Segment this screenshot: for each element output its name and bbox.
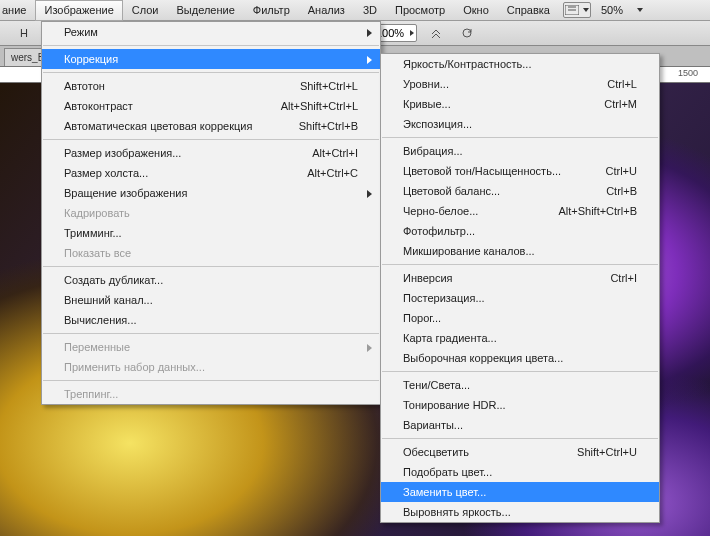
adjust-menu-item[interactable]: ИнверсияCtrl+I: [381, 268, 659, 288]
adjust-menu-item[interactable]: ОбесцветитьShift+Ctrl+U: [381, 442, 659, 462]
adjust-menu-item[interactable]: Микширование каналов...: [381, 241, 659, 261]
adjust-menu-item[interactable]: Фотофильтр...: [381, 221, 659, 241]
menu-image[interactable]: Изображение: [35, 0, 122, 21]
menu-item-label: Черно-белое...: [403, 205, 528, 217]
ruler-mark: 1500: [678, 68, 698, 78]
image-menu-item[interactable]: АвтотонShift+Ctrl+L: [42, 76, 380, 96]
adjust-menu-item[interactable]: Кривые...Ctrl+M: [381, 94, 659, 114]
menu-separator: [382, 264, 658, 265]
app-window: ание Изображение Слои Выделение Фильтр А…: [0, 0, 710, 536]
menu-item-label: Автоконтраст: [64, 100, 251, 112]
menu-item-label: Микширование каналов...: [403, 245, 637, 257]
image-menu-item[interactable]: Автоматическая цветовая коррекцияShift+C…: [42, 116, 380, 136]
menu-item-label: Внешний канал...: [64, 294, 358, 306]
hand-tool-icon[interactable]: [427, 24, 447, 42]
adjust-menu-item[interactable]: Тени/Света...: [381, 375, 659, 395]
menu-filter[interactable]: Фильтр: [244, 0, 299, 21]
menu-shortcut: Ctrl+I: [610, 272, 637, 284]
adjust-menu-item[interactable]: Вибрация...: [381, 141, 659, 161]
menu-item-label: Уровни...: [403, 78, 577, 90]
adjust-menu-item[interactable]: Постеризация...: [381, 288, 659, 308]
chevron-right-icon: [410, 30, 414, 36]
menu-item-label: Кадрировать: [64, 207, 358, 219]
image-menu-item[interactable]: Размер холста...Alt+Ctrl+C: [42, 163, 380, 183]
screen-mode-button[interactable]: [563, 2, 591, 18]
menu-item-label: Размер изображения...: [64, 147, 282, 159]
image-menu-item: Применить набор данных...: [42, 357, 380, 377]
menu-item-label: Порог...: [403, 312, 637, 324]
menu-item-label: Треппинг...: [64, 388, 358, 400]
menu-item-label: Размер холста...: [64, 167, 277, 179]
adjust-menu-item[interactable]: Заменить цвет...: [381, 482, 659, 502]
menu-layers[interactable]: Слои: [123, 0, 168, 21]
rotate-view-icon[interactable]: [457, 24, 477, 42]
zoom-level[interactable]: 50%: [601, 4, 623, 16]
menu-separator: [43, 266, 379, 267]
menu-3d[interactable]: 3D: [354, 0, 386, 21]
adjust-menu-item[interactable]: Яркость/Контрастность...: [381, 54, 659, 74]
image-menu-item[interactable]: Коррекция: [42, 49, 380, 69]
image-menu-item[interactable]: АвтоконтрастAlt+Shift+Ctrl+L: [42, 96, 380, 116]
menu-item-label: Цветовой баланс...: [403, 185, 576, 197]
image-menu-item[interactable]: Тримминг...: [42, 223, 380, 243]
adjust-menu-item[interactable]: Уровни...Ctrl+L: [381, 74, 659, 94]
adjust-menu-item[interactable]: Экспозиция...: [381, 114, 659, 134]
menu-item-label: Обесцветить: [403, 446, 547, 458]
menu-file-cut[interactable]: ание: [0, 0, 35, 21]
menu-shortcut: Ctrl+B: [606, 185, 637, 197]
menu-select[interactable]: Выделение: [168, 0, 244, 21]
adjust-menu-item[interactable]: Цветовой баланс...Ctrl+B: [381, 181, 659, 201]
image-menu-dropdown: РежимКоррекцияАвтотонShift+Ctrl+LАвтокон…: [41, 21, 381, 405]
menu-view[interactable]: Просмотр: [386, 0, 454, 21]
menu-item-label: Создать дубликат...: [64, 274, 358, 286]
adjust-menu-item[interactable]: Порог...: [381, 308, 659, 328]
adjust-menu-item[interactable]: Цветовой тон/Насыщенность...Ctrl+U: [381, 161, 659, 181]
menu-item-label: Вычисления...: [64, 314, 358, 326]
image-menu-item[interactable]: Вращение изображения: [42, 183, 380, 203]
menu-shortcut: Shift+Ctrl+B: [299, 120, 358, 132]
menu-item-label: Варианты...: [403, 419, 637, 431]
menu-shortcut: Shift+Ctrl+L: [300, 80, 358, 92]
adjust-menu-item[interactable]: Тонирование HDR...: [381, 395, 659, 415]
image-menu-item[interactable]: Размер изображения...Alt+Ctrl+I: [42, 143, 380, 163]
adjust-menu-item[interactable]: Карта градиента...: [381, 328, 659, 348]
menu-item-label: Кривые...: [403, 98, 574, 110]
menu-item-label: Экспозиция...: [403, 118, 637, 130]
menu-item-label: Подобрать цвет...: [403, 466, 637, 478]
menu-shortcut: Shift+Ctrl+U: [577, 446, 637, 458]
adjust-menu-item[interactable]: Выровнять яркость...: [381, 502, 659, 522]
image-menu-item: Показать все: [42, 243, 380, 263]
adjust-menu-item[interactable]: Черно-белое...Alt+Shift+Ctrl+B: [381, 201, 659, 221]
menu-item-label: Выровнять яркость...: [403, 506, 637, 518]
menu-help[interactable]: Справка: [498, 0, 559, 21]
adjust-menu-item[interactable]: Выборочная коррекция цвета...: [381, 348, 659, 368]
menu-item-label: Тонирование HDR...: [403, 399, 637, 411]
image-menu-item[interactable]: Внешний канал...: [42, 290, 380, 310]
menu-item-label: Тени/Света...: [403, 379, 637, 391]
menu-separator: [43, 139, 379, 140]
chevron-down-icon[interactable]: [637, 8, 643, 12]
menu-item-label: Автотон: [64, 80, 270, 92]
menu-shortcut: Alt+Shift+Ctrl+L: [281, 100, 358, 112]
menu-item-label: Вибрация...: [403, 145, 637, 157]
image-menu-item[interactable]: Режим: [42, 22, 380, 42]
image-menu-item[interactable]: Вычисления...: [42, 310, 380, 330]
adjustments-submenu: Яркость/Контрастность...Уровни...Ctrl+LК…: [380, 53, 660, 523]
menu-shortcut: Ctrl+L: [607, 78, 637, 90]
menu-item-label: Карта градиента...: [403, 332, 637, 344]
menu-item-label: Тримминг...: [64, 227, 358, 239]
image-menu-item[interactable]: Создать дубликат...: [42, 270, 380, 290]
menu-item-label: Фотофильтр...: [403, 225, 637, 237]
menu-window[interactable]: Окно: [454, 0, 498, 21]
menu-analysis[interactable]: Анализ: [299, 0, 354, 21]
adjust-menu-item[interactable]: Подобрать цвет...: [381, 462, 659, 482]
image-menu-item: Кадрировать: [42, 203, 380, 223]
image-menu-item: Переменные: [42, 337, 380, 357]
menu-item-label: Автоматическая цветовая коррекция: [64, 120, 269, 132]
menu-item-label: Показать все: [64, 247, 358, 259]
menu-separator: [382, 438, 658, 439]
menu-separator: [43, 380, 379, 381]
menu-item-label: Выборочная коррекция цвета...: [403, 352, 637, 364]
adjust-menu-item[interactable]: Варианты...: [381, 415, 659, 435]
menu-item-label: Переменные: [64, 341, 358, 353]
